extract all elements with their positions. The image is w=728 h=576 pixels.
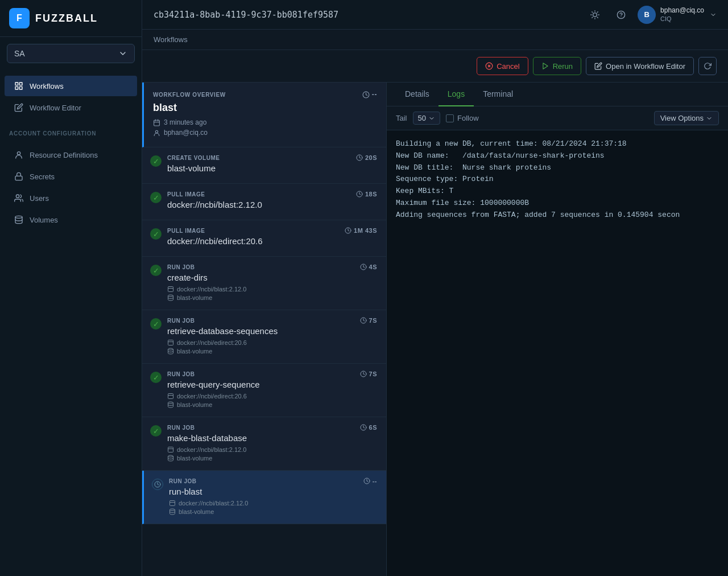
step-create-volume[interactable]: ✓ CREATE VOLUME 20s blast-volume: [142, 147, 386, 184]
avatar: B: [638, 6, 656, 24]
sidebar-item-secrets[interactable]: Secrets: [5, 166, 137, 187]
tab-details[interactable]: Details: [396, 83, 439, 106]
step-content: RUN JOB 7s retrieve-database-sequences d…: [167, 317, 377, 356]
rerun-button[interactable]: Rerun: [533, 57, 581, 75]
tail-select[interactable]: 50: [413, 112, 440, 125]
sidebar-item-resource-definitions[interactable]: Resource Definitions: [5, 145, 137, 165]
help-icon: [617, 10, 626, 19]
svg-point-37: [168, 348, 173, 350]
svg-point-28: [155, 130, 158, 133]
svg-point-43: [168, 455, 173, 457]
workflows-icon: [14, 81, 24, 91]
step-label: PULL IMAGE 1m 43s: [167, 227, 377, 234]
tabs: Details Logs Terminal: [387, 83, 728, 106]
sidebar: F FUZZBALL SA Workflows Workflow Editor …: [0, 0, 142, 576]
step-label: RUN JOB 7s: [167, 317, 377, 324]
logo-area: F FUZZBALL: [0, 0, 142, 37]
breadcrumb[interactable]: Workflows: [154, 35, 188, 44]
step-label: RUN JOB 6s: [167, 424, 377, 431]
workflow-id: cb34211a-8bab-4119-9c37-bb081fef9587: [154, 10, 578, 20]
overview-time-icon: --: [362, 90, 377, 98]
help-button[interactable]: [611, 5, 631, 24]
config-nav-section: Resource Definitions Secrets Users Volum…: [0, 139, 142, 236]
main-content: cb34211a-8bab-4119-9c37-bb081fef9587 B b…: [142, 0, 728, 576]
svg-point-7: [15, 216, 22, 218]
log-line-4: Keep MBits: T: [396, 186, 719, 198]
sidebar-item-volumes[interactable]: Volumes: [5, 209, 137, 230]
svg-line-11: [592, 11, 593, 12]
account-config-label: ACCOUNT CONFIGURATION: [0, 124, 142, 139]
topbar-icons: B bphan@ciq.co CIQ: [585, 5, 717, 24]
open-workflow-editor-button[interactable]: Open in Workflow Editor: [586, 57, 694, 75]
step-run-job-make-blast-db[interactable]: ✓ RUN JOB 6s make-blast-database docker:…: [142, 417, 386, 471]
svg-rect-1: [19, 83, 22, 85]
refresh-button[interactable]: [698, 57, 717, 75]
follow-checkbox[interactable]: [446, 114, 454, 122]
svg-rect-42: [168, 447, 173, 452]
step-content: PULL IMAGE 18s docker://ncbi/blast:2.12.…: [167, 191, 377, 213]
content-area: WORKFLOW OVERVIEW -- blast 3 minutes ago…: [142, 83, 728, 576]
step-label: RUN JOB 7s: [167, 371, 377, 377]
svg-line-12: [597, 17, 598, 18]
step-status-check: [152, 479, 163, 490]
log-line-0: Building a new DB, current time: 08/21/2…: [396, 138, 719, 150]
user-org: CIQ: [660, 15, 704, 23]
logo-text: FUZZBALL: [35, 13, 98, 24]
step-status-check: ✓: [150, 318, 162, 330]
log-line-2: New DB title: Nurse shark proteins: [396, 162, 719, 174]
svg-rect-36: [168, 340, 173, 345]
cancel-button[interactable]: Cancel: [477, 57, 528, 75]
workflow-overview-card: WORKFLOW OVERVIEW -- blast 3 minutes ago…: [142, 83, 386, 147]
step-pull-image-2[interactable]: ✓ PULL IMAGE 1m 43s docker://ncbi/edirec…: [142, 220, 386, 257]
sidebar-item-workflows[interactable]: Workflows: [5, 76, 137, 96]
org-selector-label: SA: [14, 49, 25, 58]
workflow-editor-icon: [14, 102, 24, 113]
step-content: RUN JOB 6s make-blast-database docker://…: [167, 424, 377, 463]
step-content: RUN JOB 7s retrieve-query-sequence docke…: [167, 371, 377, 410]
tail-label: Tail: [396, 114, 407, 122]
step-content: RUN JOB 4s create-dirs docker://ncbi/bla…: [167, 264, 377, 303]
svg-point-47: [170, 509, 175, 511]
sidebar-item-users[interactable]: Users: [5, 188, 137, 208]
sidebar-item-users-label: Users: [30, 194, 49, 203]
log-line-6: Adding sequences from FASTA; added 7 seq…: [396, 209, 719, 221]
user-info: bphan@ciq.co CIQ: [660, 6, 704, 23]
svg-marker-22: [543, 63, 548, 69]
chevron-down-icon: [118, 49, 127, 58]
rerun-icon: [541, 62, 549, 70]
tab-terminal[interactable]: Terminal: [474, 83, 522, 106]
logo-icon: F: [9, 8, 30, 28]
clock-icon: [153, 119, 160, 126]
step-run-job-retrieve-db[interactable]: ✓ RUN JOB 7s retrieve-database-sequences…: [142, 310, 386, 364]
user-chevron-icon: [710, 11, 717, 18]
workflow-title: blast: [153, 102, 377, 114]
svg-point-8: [593, 13, 597, 17]
sidebar-item-resource-definitions-label: Resource Definitions: [30, 151, 98, 159]
svg-rect-33: [168, 287, 173, 292]
sidebar-item-workflow-editor[interactable]: Workflow Editor: [5, 97, 137, 118]
tab-logs[interactable]: Logs: [439, 83, 474, 106]
breadcrumb-bar: Workflows: [142, 30, 728, 50]
view-options-button[interactable]: View Options: [654, 111, 719, 125]
step-pull-image-1[interactable]: ✓ PULL IMAGE 18s docker://ncbi/blast:2.1…: [142, 184, 386, 220]
svg-rect-3: [15, 87, 18, 89]
step-status-check: ✓: [150, 228, 162, 240]
nav-section: Workflows Workflow Editor: [0, 70, 142, 124]
sun-icon: [590, 10, 599, 19]
volumes-icon: [14, 215, 24, 225]
sidebar-item-secrets-label: Secrets: [30, 172, 55, 181]
org-selector[interactable]: SA: [7, 44, 135, 63]
theme-toggle-button[interactable]: [585, 5, 605, 24]
sidebar-item-volumes-label: Volumes: [30, 216, 58, 224]
svg-rect-39: [168, 394, 173, 399]
step-content: PULL IMAGE 1m 43s docker://ncbi/edirect:…: [167, 227, 377, 249]
user-badge[interactable]: B bphan@ciq.co CIQ: [638, 6, 717, 24]
step-run-job-create-dirs[interactable]: ✓ RUN JOB 4s create-dirs docker://ncbi/b…: [142, 257, 386, 310]
step-run-job-run-blast[interactable]: RUN JOB -- run-blast docker://ncbi/blast…: [142, 471, 386, 524]
step-label: PULL IMAGE 18s: [167, 191, 377, 198]
step-label: RUN JOB --: [169, 478, 377, 484]
user-icon: [153, 129, 160, 137]
step-status-check: ✓: [150, 155, 162, 167]
step-run-job-retrieve-query[interactable]: ✓ RUN JOB 7s retrieve-query-sequence doc…: [142, 364, 386, 417]
log-line-3: Sequence type: Protein: [396, 174, 719, 186]
